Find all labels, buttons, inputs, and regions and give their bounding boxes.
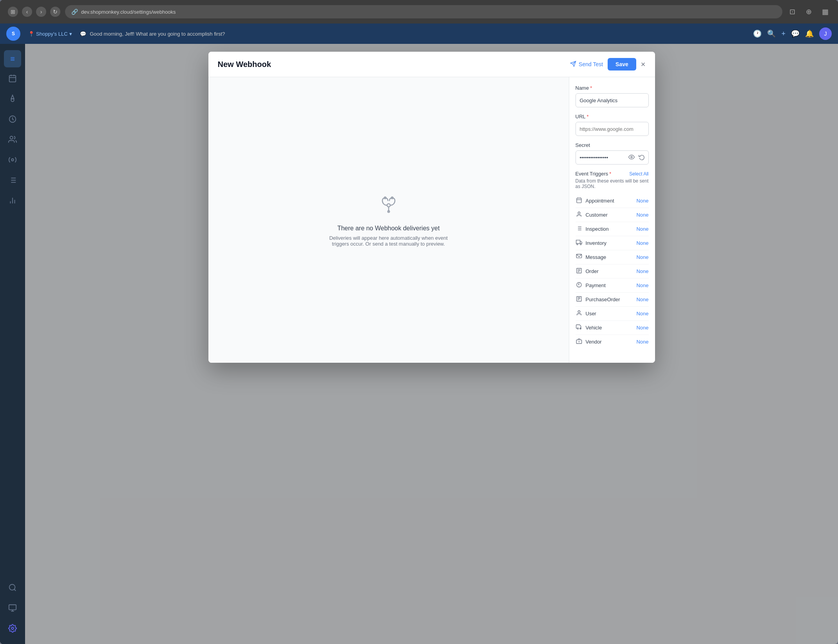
sidebar-item-menu[interactable]: ≡ xyxy=(4,50,21,67)
trigger-value-inspection[interactable]: None xyxy=(636,226,648,232)
notifications-btn[interactable]: 🔔 xyxy=(805,29,814,38)
sidebar-item-services[interactable] xyxy=(4,152,21,169)
modal-header: New Webhook Send Test xyxy=(208,52,655,77)
address-bar[interactable]: 🔗 dev.shopmonkey.cloud/settings/webhooks xyxy=(65,5,782,18)
trigger-left-vehicle: Vehicle xyxy=(576,324,602,331)
sidebar-item-settings[interactable] xyxy=(4,620,21,638)
sidebar-item-search-bottom[interactable] xyxy=(4,580,21,597)
sidebar: ≡ xyxy=(0,44,25,644)
trigger-name-inventory: Inventory xyxy=(586,240,606,246)
close-button[interactable]: × xyxy=(641,60,646,68)
svg-point-9 xyxy=(11,159,14,161)
user-avatar[interactable]: J xyxy=(819,27,832,40)
address-icon: 🔗 xyxy=(71,9,78,15)
nav-right-actions: 🕐 🔍 + 💬 🔔 J xyxy=(753,27,832,40)
bookmarks-btn[interactable]: ⊡ xyxy=(787,7,797,17)
app-layout: ≡ xyxy=(0,44,838,644)
event-triggers-header: Event Triggers * Select All xyxy=(576,171,649,177)
sidebar-item-customers[interactable] xyxy=(4,132,21,149)
sidebar-item-marketing[interactable] xyxy=(4,91,21,108)
trigger-name-payment: Payment xyxy=(586,282,606,288)
chart-icon xyxy=(8,196,17,207)
trigger-value-customer[interactable]: None xyxy=(636,212,648,218)
svg-point-6 xyxy=(11,99,14,101)
empty-state-desc: Deliveries will appear here automaticall… xyxy=(322,235,455,247)
trigger-value-user[interactable]: None xyxy=(636,311,648,317)
url-field-group: URL * xyxy=(576,114,649,136)
trigger-value-vendor[interactable]: None xyxy=(636,339,648,345)
trigger-value-vehicle[interactable]: None xyxy=(636,325,648,331)
split-view-btn[interactable]: ▦ xyxy=(820,7,830,17)
svg-point-31 xyxy=(631,156,632,158)
trigger-left-message: Message xyxy=(576,253,606,261)
trigger-item-inventory: Inventory None xyxy=(576,236,649,250)
appointment-icon xyxy=(576,197,583,204)
location-pin-icon: 📍 xyxy=(28,31,34,37)
svg-rect-43 xyxy=(576,240,580,244)
trigger-name-customer: Customer xyxy=(586,212,608,218)
reload-btn[interactable]: ↻ xyxy=(50,7,60,17)
sidebar-item-time[interactable] xyxy=(4,111,21,128)
wrench-icon xyxy=(8,156,17,166)
trigger-name-purchaseorder: PurchaseOrder xyxy=(586,297,620,302)
user-icon xyxy=(576,310,583,317)
back-btn[interactable]: ‹ xyxy=(22,7,32,17)
triggers-list: Appointment None Customer None Inspectio… xyxy=(576,194,649,349)
trigger-item-customer: Customer None xyxy=(576,208,649,222)
svg-point-36 xyxy=(578,212,580,214)
inventory-icon xyxy=(576,239,583,247)
send-test-label: Send Test xyxy=(579,61,603,67)
sidebar-item-orders[interactable] xyxy=(4,172,21,190)
save-button[interactable]: Save xyxy=(608,58,636,71)
modal-body: There are no Webhook deliveries yet Deli… xyxy=(208,77,655,363)
trigger-value-inventory[interactable]: None xyxy=(636,240,648,246)
location-selector[interactable]: 📍 Shoppy's LLC ▾ xyxy=(28,31,72,37)
trigger-name-vendor: Vendor xyxy=(586,339,602,345)
sidebar-item-calendar[interactable] xyxy=(4,71,21,88)
trigger-value-appointment[interactable]: None xyxy=(636,198,648,204)
trigger-item-vehicle: Vehicle None xyxy=(576,321,649,335)
select-all-button[interactable]: Select All xyxy=(629,171,648,177)
trigger-left-user: User xyxy=(576,310,596,317)
url-input[interactable] xyxy=(576,122,649,136)
svg-point-60 xyxy=(577,328,578,329)
deliveries-panel: There are no Webhook deliveries yet Deli… xyxy=(208,77,569,363)
trigger-value-order[interactable]: None xyxy=(636,268,648,274)
trigger-item-vendor: Vendor None xyxy=(576,335,649,349)
trigger-name-order: Order xyxy=(586,268,599,274)
trigger-left-payment: Payment xyxy=(576,282,606,289)
new-tab-btn[interactable]: ⊕ xyxy=(804,7,814,17)
forward-btn[interactable]: › xyxy=(36,7,46,17)
search-btn[interactable]: 🔍 xyxy=(767,29,776,38)
modal-overlay: New Webhook Send Test xyxy=(25,44,838,644)
trigger-value-message[interactable]: None xyxy=(636,254,648,260)
clock-icon xyxy=(8,115,17,125)
secret-input-wrapper xyxy=(576,150,649,165)
toggle-secret-btn[interactable] xyxy=(628,153,635,162)
sidebar-toggle-btn[interactable]: ⊞ xyxy=(8,7,18,17)
chat-btn[interactable]: 💬 xyxy=(791,29,800,38)
form-panel: Name * URL * xyxy=(569,77,655,363)
inspection-icon xyxy=(576,225,583,233)
vehicle-icon xyxy=(576,324,583,331)
svg-line-20 xyxy=(14,589,16,591)
location-name: Shoppy's LLC xyxy=(36,31,68,37)
regenerate-secret-btn[interactable] xyxy=(638,153,646,162)
secret-label: Secret xyxy=(576,142,649,148)
trigger-left-vendor: Vendor xyxy=(576,338,602,346)
trigger-left-customer: Customer xyxy=(576,211,608,219)
url-label: URL * xyxy=(576,114,649,119)
trigger-name-vehicle: Vehicle xyxy=(586,325,602,331)
trigger-item-message: Message None xyxy=(576,250,649,264)
send-test-button[interactable]: Send Test xyxy=(570,61,603,68)
history-btn[interactable]: 🕐 xyxy=(753,29,762,38)
sidebar-item-reports[interactable] xyxy=(4,193,21,210)
monitor-icon xyxy=(8,604,17,614)
trigger-value-payment[interactable]: None xyxy=(636,282,648,288)
trigger-value-purchaseorder[interactable]: None xyxy=(636,297,648,302)
sidebar-item-display[interactable] xyxy=(4,600,21,617)
message-icon xyxy=(576,253,583,261)
name-input[interactable] xyxy=(576,93,649,107)
send-icon xyxy=(570,61,576,68)
add-btn[interactable]: + xyxy=(781,30,786,38)
